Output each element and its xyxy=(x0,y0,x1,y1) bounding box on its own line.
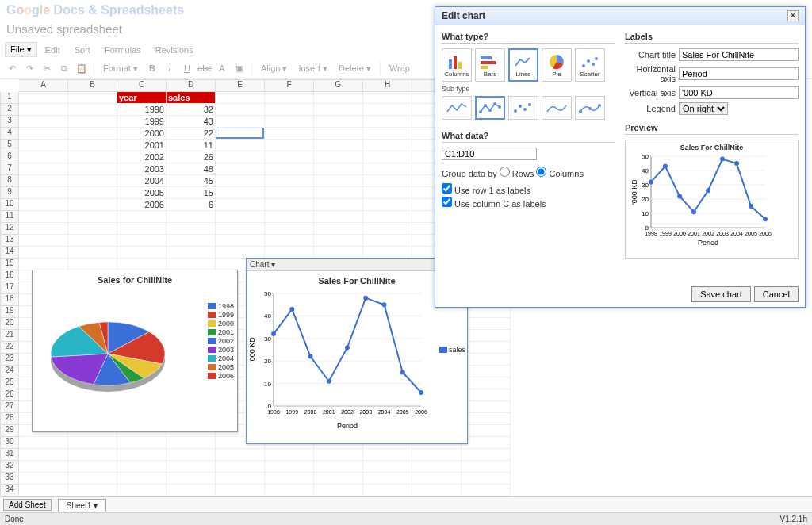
menu-revisions[interactable]: Revisions xyxy=(149,43,200,57)
row-header[interactable]: 10 xyxy=(0,199,19,211)
group-cols-radio[interactable] xyxy=(536,167,546,177)
subtype-5[interactable] xyxy=(575,96,605,120)
data-cell[interactable]: 48 xyxy=(167,163,216,175)
dialog-titlebar[interactable]: Edit chart × xyxy=(435,7,805,25)
row-header[interactable]: 31 xyxy=(0,449,19,461)
row-header[interactable]: 24 xyxy=(0,366,19,377)
row-header[interactable]: 33 xyxy=(0,473,19,485)
subtype-1[interactable] xyxy=(442,96,472,120)
row-header[interactable]: 2 xyxy=(0,104,19,116)
row-header[interactable]: 19 xyxy=(0,306,19,318)
fill-color-icon[interactable]: ▣ xyxy=(232,61,247,75)
menu-edit[interactable]: Edit xyxy=(39,43,67,57)
type-scatter[interactable]: Scatter xyxy=(575,48,605,82)
data-cell[interactable]: 43 xyxy=(167,116,216,128)
embedded-pie-chart[interactable]: Sales for ChillNite 19981999200020012002… xyxy=(32,270,238,432)
row-header[interactable]: 7 xyxy=(0,163,19,175)
row-header[interactable]: 20 xyxy=(0,318,19,330)
file-menu[interactable]: File ▾ xyxy=(5,42,37,57)
underline-icon[interactable]: U xyxy=(180,61,194,75)
data-cell[interactable]: 45 xyxy=(167,175,216,187)
close-icon[interactable]: × xyxy=(787,10,799,21)
row-header[interactable]: 34 xyxy=(0,485,19,496)
insert-menu[interactable]: Insert ▾ xyxy=(294,63,331,75)
data-cell[interactable]: 2006 xyxy=(117,199,167,211)
data-cell[interactable]: sales xyxy=(167,92,216,104)
copy-icon[interactable]: ⧉ xyxy=(57,61,71,75)
row-header[interactable]: 3 xyxy=(0,116,19,128)
h-axis-input[interactable] xyxy=(679,67,799,80)
col-header[interactable]: B xyxy=(68,79,117,92)
subtype-2[interactable] xyxy=(475,96,505,120)
row-header[interactable]: 18 xyxy=(0,294,19,306)
cut-icon[interactable]: ✂ xyxy=(40,61,54,75)
row-header[interactable]: 15 xyxy=(0,259,19,270)
text-color-icon[interactable]: A xyxy=(215,61,229,75)
row-header[interactable]: 13 xyxy=(0,235,19,247)
menu-formulas[interactable]: Formulas xyxy=(98,43,147,57)
row-header[interactable]: 1 xyxy=(0,92,19,104)
data-cell[interactable]: 2000 xyxy=(117,128,167,140)
data-cell[interactable]: 2002 xyxy=(117,151,167,163)
data-cell[interactable]: 32 xyxy=(167,104,216,116)
row-header[interactable]: 29 xyxy=(0,425,19,437)
strike-icon[interactable]: abc xyxy=(197,61,212,75)
v-axis-input[interactable] xyxy=(679,86,799,99)
data-cell[interactable]: 2005 xyxy=(117,187,167,199)
row-header[interactable]: 25 xyxy=(0,377,19,389)
row-header[interactable]: 27 xyxy=(0,401,19,413)
wrap-toggle[interactable]: Wrap xyxy=(385,63,414,74)
col-header[interactable]: A xyxy=(19,79,68,92)
add-sheet-button[interactable]: Add Sheet xyxy=(3,499,52,511)
data-cell[interactable]: 2003 xyxy=(117,163,167,175)
data-range-input[interactable] xyxy=(442,148,537,160)
col-header[interactable]: E xyxy=(216,79,265,92)
row-header[interactable]: 21 xyxy=(0,330,19,342)
row-header[interactable]: 32 xyxy=(0,461,19,473)
row-header[interactable]: 8 xyxy=(0,175,19,187)
data-cell[interactable]: 11 xyxy=(167,140,216,151)
italic-icon[interactable]: I xyxy=(163,61,177,75)
undo-icon[interactable]: ↶ xyxy=(5,61,19,75)
row-header[interactable]: 11 xyxy=(0,211,19,223)
data-cell[interactable]: 22 xyxy=(167,128,216,140)
bold-icon[interactable]: B xyxy=(145,61,159,75)
save-chart-button[interactable]: Save chart xyxy=(691,286,751,302)
subtype-4[interactable] xyxy=(542,96,572,120)
data-cell[interactable]: year xyxy=(117,92,167,104)
col-header[interactable]: C xyxy=(117,79,167,92)
type-columns[interactable]: Columns xyxy=(442,48,472,82)
paste-icon[interactable]: 📋 xyxy=(75,61,89,75)
row-header[interactable]: 23 xyxy=(0,354,19,366)
type-pie[interactable]: Pie xyxy=(542,48,572,82)
col-header[interactable]: D xyxy=(167,79,216,92)
data-cell[interactable]: 1999 xyxy=(117,116,167,128)
data-cell[interactable]: 2001 xyxy=(117,140,167,151)
redo-icon[interactable]: ↷ xyxy=(22,61,36,75)
use-colc-check[interactable] xyxy=(442,197,452,207)
menu-sort[interactable]: Sort xyxy=(68,43,97,57)
align-menu[interactable]: Align ▾ xyxy=(257,63,292,75)
col-header[interactable]: G xyxy=(314,79,363,92)
row-header[interactable]: 6 xyxy=(0,151,19,163)
row-header[interactable]: 22 xyxy=(0,342,19,354)
row-header[interactable]: 28 xyxy=(0,413,19,425)
row-header[interactable]: 9 xyxy=(0,187,19,199)
row-header[interactable]: 30 xyxy=(0,437,19,449)
col-header[interactable]: H xyxy=(363,79,412,92)
chart-title-input[interactable] xyxy=(679,48,799,61)
row-header[interactable]: 17 xyxy=(0,282,19,294)
data-cell[interactable]: 2004 xyxy=(117,175,167,187)
row-header[interactable]: 16 xyxy=(0,270,19,282)
row-header[interactable]: 4 xyxy=(0,128,19,140)
use-row1-check[interactable] xyxy=(442,183,452,194)
data-cell[interactable]: 15 xyxy=(167,187,216,199)
legend-select[interactable]: On right xyxy=(679,102,728,115)
delete-menu[interactable]: Delete ▾ xyxy=(335,63,375,75)
row-header[interactable]: 12 xyxy=(0,223,19,235)
data-cell[interactable]: 26 xyxy=(167,151,216,163)
group-rows-radio[interactable] xyxy=(500,167,510,177)
data-cell[interactable]: 6 xyxy=(167,199,216,211)
subtype-3[interactable] xyxy=(508,96,538,120)
data-cell[interactable]: 1998 xyxy=(117,104,167,116)
